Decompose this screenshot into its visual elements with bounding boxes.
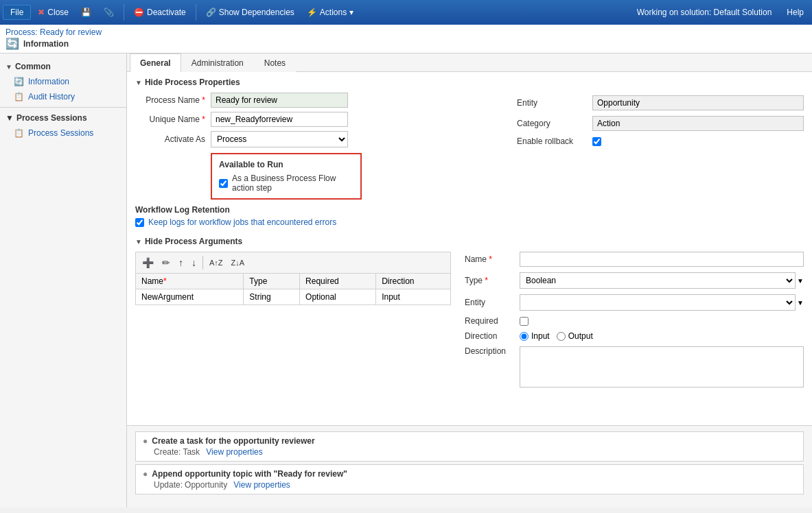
close-label: Close <box>47 8 69 17</box>
arg-entity-dropdown-icon: ▼ <box>797 299 804 307</box>
arg-name-input[interactable] <box>520 252 804 267</box>
process-icon: 🔄 <box>5 37 19 50</box>
arg-right-panel: Name * Type * Boolean <box>459 252 804 393</box>
args-sort-az-button[interactable]: A↑Z <box>206 256 227 269</box>
enable-rollback-label: Enable rollback <box>517 136 592 146</box>
step-2-sub: Update: Opportunity View properties <box>154 480 290 490</box>
step-1-title: Create a task for the opportunity review… <box>152 436 314 446</box>
step-2-title: Append opportunity topic with "Ready for… <box>152 469 347 479</box>
sidebar-item-process-sessions[interactable]: 📋 Process Sessions <box>0 126 126 141</box>
entity-row: Entity <box>517 95 804 110</box>
arg-description-textarea[interactable] <box>520 346 804 387</box>
toolbar-separator-2 <box>196 4 196 21</box>
bpf-checkbox[interactable] <box>219 179 228 188</box>
sidebar-item-audit-history[interactable]: 📋 Audit History <box>0 89 126 104</box>
arg-type-select[interactable]: Boolean DateTime Decimal Entity EntityCo… <box>520 272 796 289</box>
sidebar-process-sessions-header: ▼ Process Sessions <box>0 107 126 126</box>
process-name-input[interactable] <box>211 93 348 108</box>
process-name-row: Process Name * <box>135 93 506 108</box>
arg-direction-cell: Input <box>376 289 451 305</box>
unique-name-row: Unique Name * <box>135 112 506 127</box>
arg-type-cell: String <box>244 289 300 305</box>
show-dependencies-button[interactable]: 🔗 Show Dependencies <box>200 5 300 20</box>
process-header: Process: Ready for review 🔄 Information <box>0 25 812 53</box>
step-item-1: ● Create a task for the opportunity revi… <box>135 431 804 462</box>
arg-name-cell: NewArgument <box>136 289 244 305</box>
activate-as-select-wrapper: Process <box>211 131 348 147</box>
unique-name-required: * <box>202 115 205 124</box>
arg-description-row: Description <box>465 346 804 387</box>
activate-as-label: Activate As <box>135 134 211 144</box>
category-input[interactable] <box>592 116 804 131</box>
arg-input-radio[interactable] <box>520 332 529 341</box>
process-breadcrumb[interactable]: Process: Ready for review <box>5 27 102 37</box>
working-on-label: Working on solution: Default Solution <box>637 8 778 17</box>
workflow-log-section: Workflow Log Retention Keep logs for wor… <box>135 205 506 227</box>
audit-history-icon: 📋 <box>14 92 24 102</box>
enable-rollback-checkbox[interactable] <box>592 137 601 146</box>
main-layout: ▼ Common 🔄 Information 📋 Audit History ▼… <box>0 53 812 508</box>
table-row[interactable]: NewArgument String Optional Input <box>136 289 451 305</box>
arg-entity-label: Entity <box>465 298 520 307</box>
tab-general[interactable]: General <box>130 53 181 72</box>
close-button[interactable]: ✖ Close <box>32 5 74 20</box>
file-button[interactable]: File <box>3 5 31 20</box>
hide-process-props-icon[interactable]: ▼ <box>135 79 142 86</box>
form-content: ▼ Hide Process Properties Process Name * <box>127 72 812 425</box>
arg-name-label: Name * <box>465 254 520 264</box>
show-dependencies-label: Show Dependencies <box>219 8 294 17</box>
step-1-dot: ● <box>143 436 148 446</box>
arg-direction-row: Direction Input Output <box>465 331 804 341</box>
arg-entity-select[interactable] <box>520 294 796 311</box>
tab-administration[interactable]: Administration <box>181 53 254 72</box>
sidebar-item-information[interactable]: 🔄 Information <box>0 74 126 89</box>
deactivate-icon: ⛔ <box>134 8 144 17</box>
args-up-button[interactable]: ↑ <box>175 255 187 270</box>
dependencies-icon: 🔗 <box>206 8 216 17</box>
process-sessions-header-label: Process Sessions <box>16 113 87 123</box>
step-2-title-row: ● Append opportunity topic with "Ready f… <box>143 469 796 479</box>
arg-required-label: Required <box>465 316 520 326</box>
attach-button[interactable]: 📎 <box>98 5 119 20</box>
args-edit-button[interactable]: ✏ <box>159 255 174 270</box>
actions-label: Actions <box>320 8 347 17</box>
col-name: Name* <box>136 274 244 289</box>
args-down-button[interactable]: ↓ <box>188 255 200 270</box>
tab-notes[interactable]: Notes <box>254 53 296 72</box>
args-toolbar-separator <box>202 256 203 270</box>
actions-button[interactable]: ⚡ Actions ▾ <box>301 5 359 20</box>
close-icon: ✖ <box>38 8 45 17</box>
step-2-sub-row: Update: Opportunity View properties <box>143 480 796 490</box>
args-section: ▼ Hide Process Arguments ➕ ✏ ↑ ↓ A↑Z <box>135 237 804 393</box>
save-button[interactable]: 💾 <box>76 5 97 20</box>
unique-name-label: Unique Name * <box>135 115 211 124</box>
unique-name-input[interactable] <box>211 112 348 127</box>
arg-required-checkbox[interactable] <box>520 317 529 326</box>
form-left-col: Process Name * Unique Name * <box>135 93 506 231</box>
deactivate-label: Deactivate <box>147 8 186 17</box>
deactivate-button[interactable]: ⛔ Deactivate <box>128 5 192 20</box>
arg-output-radio-label: Output <box>557 331 593 341</box>
step-1-view-props[interactable]: View properties <box>206 447 263 457</box>
step-2-view-props[interactable]: View properties <box>233 480 290 490</box>
hide-process-args-label: Hide Process Arguments <box>145 237 242 246</box>
help-button[interactable]: Help <box>781 5 809 20</box>
args-sort-za-button[interactable]: Z↓A <box>228 256 248 269</box>
common-header-label: Common <box>15 62 51 71</box>
workflow-log-checkbox[interactable] <box>135 218 144 227</box>
arg-description-label: Description <box>465 346 520 356</box>
entity-input[interactable] <box>592 95 804 110</box>
col-type: Type <box>244 274 300 289</box>
form-right-col: Entity Category Enable rollback <box>517 93 804 231</box>
hide-process-args-header: ▼ Hide Process Arguments <box>135 237 804 246</box>
bottom-area: ● Create a task for the opportunity revi… <box>127 425 812 508</box>
arg-output-radio[interactable] <box>557 332 566 341</box>
toolbar-separator-1 <box>124 4 124 21</box>
args-add-button[interactable]: ➕ <box>139 255 157 270</box>
arg-direction-label: Direction <box>465 331 520 341</box>
hide-process-args-icon[interactable]: ▼ <box>135 238 142 246</box>
step-1-sub: Create: Task View properties <box>154 447 263 457</box>
available-to-run-box: Available to Run As a Business Process F… <box>211 153 362 200</box>
toolbar: File ✖ Close 💾 📎 ⛔ Deactivate 🔗 Show Dep… <box>0 0 812 25</box>
activate-as-select[interactable]: Process <box>211 131 348 147</box>
